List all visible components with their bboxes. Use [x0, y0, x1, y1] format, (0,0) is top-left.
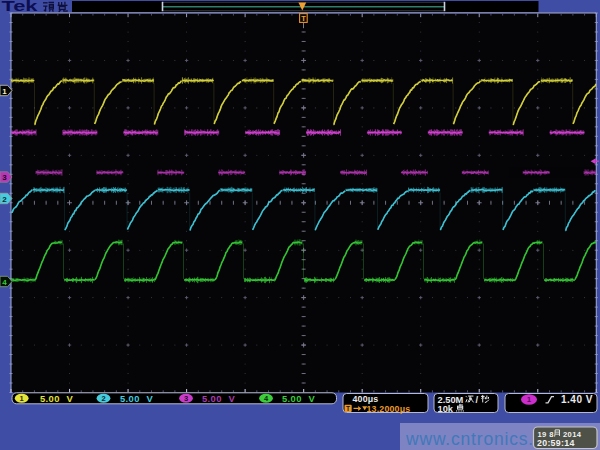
- svg-text:V: V: [309, 393, 316, 404]
- svg-text:1: 1: [527, 395, 532, 404]
- svg-text:5.00: 5.00: [282, 393, 302, 404]
- svg-text:Tek: Tek: [2, 0, 39, 14]
- svg-text:V: V: [67, 393, 74, 404]
- svg-text:V: V: [229, 393, 236, 404]
- svg-text:2: 2: [2, 195, 7, 204]
- svg-text:20:59:14: 20:59:14: [537, 438, 575, 448]
- svg-text:5.00: 5.00: [202, 393, 222, 404]
- svg-text:1: 1: [20, 394, 24, 403]
- svg-text:13.2000μs: 13.2000μs: [367, 404, 411, 414]
- svg-text:3: 3: [184, 394, 188, 403]
- svg-text:/: /: [476, 395, 479, 405]
- svg-text:4: 4: [2, 278, 7, 287]
- svg-text:T: T: [346, 405, 350, 412]
- svg-text:5.00: 5.00: [120, 393, 140, 404]
- svg-text:1: 1: [2, 87, 7, 96]
- svg-text:V: V: [147, 393, 154, 404]
- svg-text:5.00: 5.00: [40, 393, 60, 404]
- svg-text:3: 3: [2, 173, 7, 182]
- svg-text:400μs: 400μs: [353, 394, 379, 404]
- svg-text:T: T: [301, 14, 306, 23]
- svg-text:1.40 V: 1.40 V: [561, 394, 593, 405]
- svg-text:10k: 10k: [438, 404, 454, 414]
- svg-text:www.cntronics.c: www.cntronics.c: [405, 429, 543, 449]
- svg-text:2: 2: [101, 394, 105, 403]
